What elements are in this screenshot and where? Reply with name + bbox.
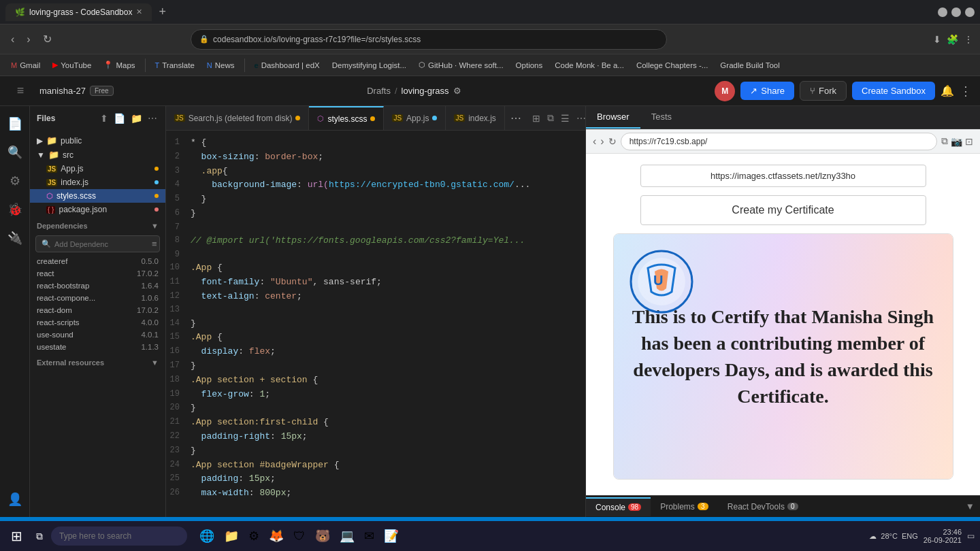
editor-tabs-more-button[interactable]: ⋯ — [505, 112, 527, 124]
bookmark-demystifying[interactable]: Demystifying Logist... — [327, 59, 412, 71]
taskbar-app-7[interactable]: 💻 — [336, 526, 359, 532]
project-name[interactable]: loving-grass — [402, 86, 449, 96]
fe-add-folder-button[interactable]: 📁 — [129, 112, 144, 125]
fe-more-button[interactable]: ⋯ — [146, 112, 159, 125]
bookmark-news[interactable]: N News — [201, 59, 240, 71]
bookmark-youtube[interactable]: ▶ YouTube — [47, 59, 97, 71]
taskbar-clock[interactable]: 23:46 26-09-2021 — [924, 528, 962, 532]
cert-url-input[interactable] — [640, 165, 926, 187]
taskbar-app-1[interactable]: 🌐 — [195, 526, 218, 532]
code-line-21: 21 .App section:first-child { — [166, 416, 585, 430]
new-tab-button[interactable]: + — [154, 5, 170, 19]
bottom-tab-react-devtools[interactable]: React DevTools 0 — [718, 498, 808, 516]
file-packagejson-modified-dot — [154, 207, 159, 212]
taskbar-app-3[interactable]: ⚙ — [244, 526, 263, 532]
sidebar-debug-button[interactable]: 🐞 — [3, 197, 27, 222]
layout-rows-button[interactable]: ☰ — [558, 111, 572, 125]
bookmark-gradle[interactable]: Gradle Build Tool — [715, 59, 785, 71]
maximize-button[interactable] — [951, 7, 961, 17]
taskbar-right-area: ☁ 28°C ENG 23:46 26-09-2021 ▭ — [869, 528, 975, 532]
taskbar-search-input[interactable] — [51, 527, 187, 532]
layout-columns-button[interactable]: ⧉ — [544, 111, 557, 125]
dependencies-section-header[interactable]: Dependencies ▼ — [30, 216, 165, 233]
reload-button[interactable]: ↻ — [39, 31, 56, 47]
extensions-icon[interactable]: 🧩 — [947, 34, 958, 45]
panel-tab-tests[interactable]: Tests — [640, 106, 683, 129]
taskbar-app-5[interactable]: 🛡 — [289, 526, 310, 532]
fe-file-indexjs[interactable]: JS index.js — [30, 176, 165, 189]
fe-folder-public[interactable]: ▶ 📁 public — [30, 133, 165, 148]
taskbar-app-8[interactable]: ✉ — [360, 526, 378, 532]
fork-button[interactable]: ⑂ Fork — [800, 81, 847, 101]
bookmark-github[interactable]: ⬡ GitHub · Where soft... — [413, 59, 509, 71]
sidebar-settings-button[interactable]: ⚙ — [3, 169, 27, 193]
bookmark-maps[interactable]: 📍 Maps — [98, 59, 140, 71]
share-button[interactable]: ↗ Share — [740, 82, 794, 100]
download-icon[interactable]: ⬇ — [933, 34, 941, 45]
bottom-panel-collapse-button[interactable]: ▼ — [960, 501, 980, 512]
browser-panel-button[interactable]: ⊡ — [965, 135, 973, 147]
close-button[interactable] — [965, 7, 975, 17]
tab-stylesscss[interactable]: ⬡ styles.scss — [309, 106, 384, 131]
start-button[interactable]: ⊞ — [5, 525, 28, 532]
fe-file-packagejson[interactable]: { } package.json — [30, 203, 165, 216]
add-dependency-box[interactable]: 🔍 ≡ — [35, 235, 160, 252]
bookmark-edx[interactable]: e Dashboard | edX — [249, 59, 325, 71]
env-settings-icon[interactable]: ⚙ — [453, 86, 461, 96]
taskbar-app-6[interactable]: 🐻 — [311, 526, 334, 532]
tab-close-button[interactable]: ✕ — [136, 7, 142, 16]
browser-screenshot-button[interactable]: 📷 — [951, 135, 962, 147]
bottom-tab-console[interactable]: Console 98 — [586, 497, 651, 516]
tab-searchjs[interactable]: JS Search.js (deleted from disk) — [166, 106, 309, 131]
create-certificate-button[interactable]: Create my Certificate — [640, 195, 926, 225]
bookmark-college[interactable]: College Chapters -... — [631, 59, 713, 71]
more-options-button[interactable]: ⋮ — [960, 84, 972, 99]
create-sandbox-button[interactable]: Create Sandbox — [852, 82, 935, 100]
tab-scss-icon: ⬡ — [317, 114, 324, 123]
taskbar-app-9[interactable]: 📝 — [380, 526, 403, 532]
external-resources-section-header[interactable]: External resources ▼ — [30, 353, 165, 369]
taskbar-app-2[interactable]: 📁 — [220, 526, 243, 532]
back-button[interactable]: ‹ — [7, 32, 18, 47]
bookmark-options[interactable]: Options — [510, 59, 549, 71]
taskbar-app-4[interactable]: 🦊 — [265, 526, 288, 532]
fe-file-appjs[interactable]: JS App.js — [30, 162, 165, 176]
preview-back-button[interactable]: ‹ — [593, 135, 596, 148]
sidebar-user-button[interactable]: 👤 — [3, 487, 27, 512]
bottom-tab-problems[interactable]: Problems 3 — [651, 498, 718, 516]
layout-more-button[interactable]: ⋯ — [574, 111, 585, 125]
fe-upload-button[interactable]: ⬆ — [99, 112, 110, 125]
preview-refresh-button[interactable]: ↻ — [608, 136, 617, 147]
bookmark-codemonk[interactable]: Code Monk · Be a... — [549, 59, 630, 71]
sidebar-extensions-button[interactable]: 🔌 — [3, 226, 27, 250]
preview-forward-button[interactable]: › — [600, 135, 604, 148]
breadcrumb-drafts[interactable]: Drafts — [367, 86, 391, 96]
fe-folder-src[interactable]: ▼ 📁 src — [30, 148, 165, 162]
notification-button[interactable]: 🔔 — [941, 84, 954, 97]
task-view-button[interactable]: ⧉ — [31, 528, 48, 533]
sidebar-files-button[interactable]: 📄 — [3, 112, 27, 136]
show-desktop-button[interactable]: ▭ — [967, 531, 975, 532]
add-dependency-input[interactable] — [54, 240, 148, 248]
tab-indexjs[interactable]: JS index.js — [446, 106, 504, 131]
fe-add-file-button[interactable]: 📄 — [112, 112, 127, 125]
preview-url-field[interactable]: https://r7c19.csb.app/ — [621, 133, 937, 150]
bookmark-translate[interactable]: T Translate — [150, 59, 200, 71]
bookmark-gmail[interactable]: M Gmail — [5, 59, 46, 71]
sidebar-search-button[interactable]: 🔍 — [3, 140, 27, 165]
minimize-button[interactable] — [938, 7, 947, 17]
dep-react-bootstrap-name: react-bootstrap — [37, 282, 89, 290]
address-bar[interactable]: 🔒 codesandbox.io/s/loving-grass-r7c19?fi… — [191, 29, 667, 50]
browser-open-external-button[interactable]: ⧉ — [941, 135, 948, 147]
tab-appjs[interactable]: JS App.js — [384, 106, 446, 131]
fe-file-stylesscss[interactable]: ⬡ styles.scss — [30, 189, 165, 203]
active-tab[interactable]: 🌿 loving-grass - CodeSandbox ✕ — [5, 3, 152, 21]
layout-split-button[interactable]: ⊞ — [529, 111, 543, 125]
hamburger-menu-button[interactable]: ≡ — [8, 79, 33, 103]
file-appjs-label: App.js — [61, 164, 83, 173]
forward-button[interactable]: › — [22, 32, 34, 47]
code-line-18: 18 .App section + section { — [166, 373, 585, 388]
menu-icon[interactable]: ⋮ — [964, 34, 973, 45]
code-editor[interactable]: 1 * { 2 box-sizing: border-box; 3 .app{ … — [166, 131, 585, 517]
panel-tab-browser[interactable]: Browser — [586, 106, 640, 129]
